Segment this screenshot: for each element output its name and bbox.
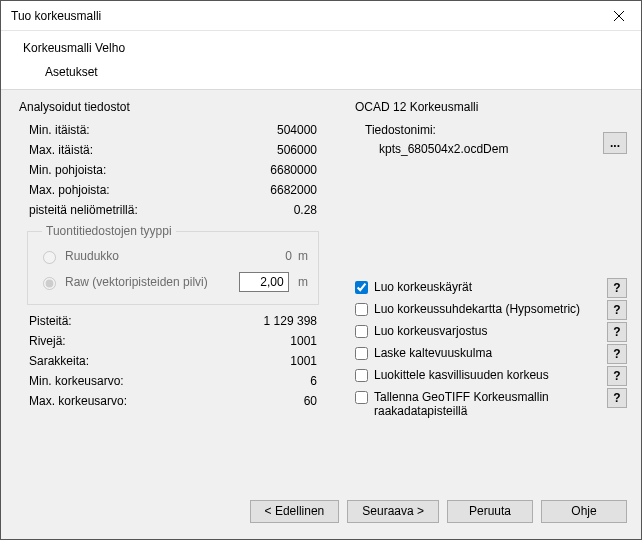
help-button[interactable]: Ohje [541, 500, 627, 523]
cols-label: Sarakkeita: [29, 354, 89, 368]
hypso-help[interactable]: ? [607, 300, 627, 320]
slope-label: Laske kaltevuuskulma [374, 346, 492, 360]
hypso-label: Luo korkeussuhdekartta (Hypsometric) [374, 302, 580, 316]
grid-radio [43, 251, 56, 264]
classify-label: Luokittele kasvillisuuden korkeus [374, 368, 549, 382]
browse-button[interactable]: ... [603, 132, 627, 154]
geotiff-label: Tallenna GeoTIFF Korkeusmallin raakadata… [374, 390, 564, 418]
wizard-title: Korkeusmalli Velho [23, 41, 641, 55]
output-panel: OCAD 12 Korkeusmalli Tiedostonimi: kpts_… [351, 100, 627, 490]
cols-value: 1001 [290, 354, 317, 368]
shade-label: Luo korkeusvarjostus [374, 324, 487, 338]
close-button[interactable] [596, 1, 641, 31]
shade-help[interactable]: ? [607, 322, 627, 342]
slope-checkbox[interactable] [355, 347, 368, 360]
analysis-title: Analysoidut tiedostot [19, 100, 325, 114]
maxz-value: 60 [304, 394, 317, 408]
wizard-buttons: < Edellinen Seuraava > Peruuta Ohje [1, 483, 641, 539]
min-north-label: Min. pohjoista: [29, 163, 106, 177]
points-label: Pisteitä: [29, 314, 72, 328]
min-east-value: 504000 [277, 123, 317, 137]
contours-help[interactable]: ? [607, 278, 627, 298]
grid-label-text: Ruudukko [65, 249, 119, 263]
wizard-subtitle: Asetukset [45, 65, 641, 79]
work-area: Analysoidut tiedostot Min. itäistä:50400… [1, 89, 641, 501]
raw-radio [43, 277, 56, 290]
raw-unit: m [298, 275, 308, 289]
filename-value: kpts_680504x2.ocdDem [379, 140, 627, 156]
prev-button[interactable]: < Edellinen [250, 500, 340, 523]
hypso-checkbox[interactable] [355, 303, 368, 316]
rows-label: Rivejä: [29, 334, 66, 348]
minz-value: 6 [310, 374, 317, 388]
shade-checkbox[interactable] [355, 325, 368, 338]
classify-checkbox[interactable] [355, 369, 368, 382]
close-icon [614, 11, 624, 21]
density-value: 0.28 [294, 203, 317, 217]
options-list: Luo korkeuskäyrät ? Luo korkeussuhdekart… [351, 276, 627, 422]
maxz-label: Max. korkeusarvo: [29, 394, 127, 408]
classify-help[interactable]: ? [607, 366, 627, 386]
slope-help[interactable]: ? [607, 344, 627, 364]
raw-label-text: Raw (vektoripisteiden pilvi) [65, 275, 208, 289]
geotiff-checkbox[interactable] [355, 391, 368, 404]
geotiff-help[interactable]: ? [607, 388, 627, 408]
grid-value: 0 [285, 249, 292, 263]
max-north-label: Max. pohjoista: [29, 183, 110, 197]
max-east-label: Max. itäistä: [29, 143, 93, 157]
contours-checkbox[interactable] [355, 281, 368, 294]
filename-label: Tiedostonimi: [351, 120, 627, 140]
min-north-value: 6680000 [270, 163, 317, 177]
window-title: Tuo korkeusmalli [11, 9, 101, 23]
contours-label: Luo korkeuskäyrät [374, 280, 472, 294]
rows-value: 1001 [290, 334, 317, 348]
titlebar: Tuo korkeusmalli [1, 1, 641, 31]
wizard-header: Korkeusmalli Velho Asetukset [1, 31, 641, 89]
next-button[interactable]: Seuraava > [347, 500, 439, 523]
output-title: OCAD 12 Korkeusmalli [355, 100, 627, 114]
max-east-value: 506000 [277, 143, 317, 157]
raw-value-input[interactable] [239, 272, 289, 292]
points-value: 1 129 398 [264, 314, 317, 328]
density-label: pisteitä neliömetrillä: [29, 203, 138, 217]
min-east-label: Min. itäistä: [29, 123, 90, 137]
analysis-panel: Analysoidut tiedostot Min. itäistä:50400… [15, 100, 325, 490]
grid-radio-label: Ruudukko [38, 248, 119, 264]
import-type-group: Tuontitiedostojen tyyppi Ruudukko 0m Raw… [27, 224, 319, 305]
raw-radio-label: Raw (vektoripisteiden pilvi) [38, 274, 208, 290]
grid-unit: m [298, 249, 308, 263]
max-north-value: 6682000 [270, 183, 317, 197]
cancel-button[interactable]: Peruuta [447, 500, 533, 523]
import-type-title: Tuontitiedostojen tyyppi [42, 224, 176, 238]
minz-label: Min. korkeusarvo: [29, 374, 124, 388]
